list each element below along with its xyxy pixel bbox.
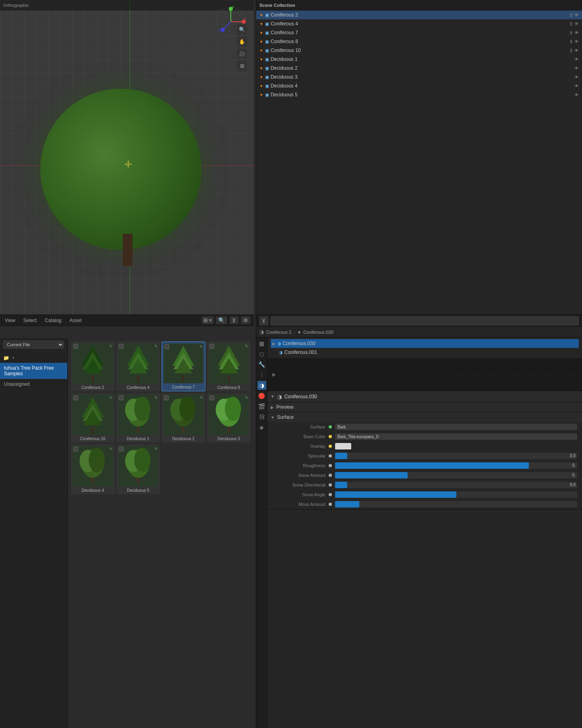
prop-bar-specular[interactable]: 0.0 xyxy=(335,453,577,459)
prop-color-overlay[interactable] xyxy=(335,443,351,449)
outliner-item-7[interactable]: ▼ ▣ Deciduous 3 👁 xyxy=(256,73,582,81)
visibility-icon-3[interactable]: 👁 xyxy=(574,39,579,44)
asset-item-3[interactable]: ✎Coniferous 8 xyxy=(207,341,251,391)
filter-icon-1[interactable]: ⊻ xyxy=(570,21,573,27)
outliner-item-5[interactable]: ▼ ▣ Deciduous 1 👁 xyxy=(256,55,582,64)
prop-bar-snow-amount[interactable]: 0. xyxy=(335,472,577,478)
asset-edit-btn-4[interactable]: ✎ xyxy=(109,395,112,400)
asset-checkbox-7[interactable] xyxy=(209,395,214,400)
ab-library-item[interactable]: tuhua's Tree Pack Free Samples xyxy=(0,363,67,379)
outliner-item-1[interactable]: ▼ ▣ Coniferous 4 ⊻ 👁 xyxy=(256,19,582,28)
viewport[interactable]: Orthographic Y X Z 🔍 ✋ 🎥 ⊞ xyxy=(0,0,254,314)
filter-icon[interactable]: ⊻ xyxy=(232,317,236,323)
visibility-icon-0[interactable]: 👁 xyxy=(574,12,579,17)
prop-bar-snow-dir[interactable]: 0.0 xyxy=(335,482,577,488)
outliner-item-3[interactable]: ▼ ▣ Coniferous 8 ⊻ 👁 xyxy=(256,37,582,46)
props-icon-data[interactable]: ◈ xyxy=(257,423,266,432)
props-icon-object[interactable]: ◻ xyxy=(257,349,266,358)
visibility-icon-8[interactable]: 👁 xyxy=(574,83,579,88)
visibility-icon-5[interactable]: 👁 xyxy=(574,57,579,62)
props-icon-scene[interactable]: ▦ xyxy=(257,339,266,348)
asset-item-7[interactable]: ✎Deciduous 3 xyxy=(207,393,251,443)
zoom-tool-btn[interactable]: 🔍 xyxy=(237,24,247,35)
asset-item-5[interactable]: ✎Deciduous 1 xyxy=(116,393,160,443)
props-filter-btn[interactable]: ⊻ xyxy=(259,316,268,325)
ab-menu-view[interactable]: View xyxy=(3,317,17,324)
outliner-item-9[interactable]: ▼ ▣ Deciduous 5 👁 xyxy=(256,90,582,99)
props-icon-particles[interactable]: ⁝ xyxy=(257,370,266,379)
grid-tool-btn[interactable]: ⊞ xyxy=(237,60,247,71)
asset-edit-btn-6[interactable]: ✎ xyxy=(200,395,203,400)
asset-item-2[interactable]: ✎Coniferous 7 xyxy=(162,341,205,391)
pan-tool-btn[interactable]: ✋ xyxy=(237,36,247,47)
visibility-icon-6[interactable]: 👁 xyxy=(574,66,579,71)
filter-icon-4[interactable]: ⊻ xyxy=(570,48,573,53)
camera-tool-btn[interactable]: 🎥 xyxy=(237,48,247,59)
asset-checkbox-4[interactable] xyxy=(73,395,78,400)
prop-bar-roughness[interactable]: 0. xyxy=(335,462,577,469)
asset-checkbox-8[interactable] xyxy=(73,447,78,451)
asset-edit-btn-3[interactable]: ✎ xyxy=(245,344,248,348)
asset-checkbox-1[interactable] xyxy=(119,344,124,349)
view-mode-btns[interactable]: ⊞ ≡ xyxy=(202,316,213,324)
ab-menu-asset[interactable]: Asset xyxy=(68,317,83,324)
ab-menu-select[interactable]: Select xyxy=(22,317,38,324)
asset-checkbox-0[interactable] xyxy=(73,344,78,349)
prop-value-base-color[interactable]: Bark_Tilia-europaea_D xyxy=(335,433,577,440)
asset-item-6[interactable]: ✎Deciduous 2 xyxy=(162,393,205,443)
ab-menu-catalog[interactable]: Catalog xyxy=(43,317,63,324)
prop-bar-moss-amount[interactable] xyxy=(335,501,577,508)
outliner-item-2[interactable]: ▼ ▣ Coniferous 7 ⊻ 👁 xyxy=(256,28,582,37)
outliner-item-6[interactable]: ▼ ▣ Deciduous 2 👁 xyxy=(256,64,582,73)
asset-checkbox-3[interactable] xyxy=(209,344,214,349)
grid-view-icon[interactable]: ⊞ xyxy=(203,317,208,323)
props-icon-render[interactable]: 🎬 xyxy=(257,402,266,411)
breadcrumb-collection[interactable]: Coniferous 2 xyxy=(266,330,291,335)
visibility-icon-9[interactable]: 👁 xyxy=(574,92,579,97)
collection-item-1[interactable]: ◑ Coniferous.001 xyxy=(271,348,579,357)
props-icon-material[interactable]: ◑ xyxy=(257,381,266,390)
outliner-item-4[interactable]: ▼ ▣ Coniferous 10 ⊻ 👁 xyxy=(256,46,582,55)
filter-icon-0[interactable]: ⊻ xyxy=(570,12,573,18)
asset-edit-btn-0[interactable]: ✎ xyxy=(109,344,112,348)
node-play-btn[interactable]: ▶ xyxy=(272,372,279,378)
settings-btn[interactable]: ⚙ xyxy=(241,316,251,324)
visibility-icon-7[interactable]: 👁 xyxy=(574,75,579,79)
filter-btn[interactable]: ⊻ xyxy=(230,316,238,324)
visibility-icon-1[interactable]: 👁 xyxy=(574,21,579,26)
ab-source-select[interactable]: Current File xyxy=(3,341,64,349)
asset-edit-btn-8[interactable]: ✎ xyxy=(109,447,112,451)
visibility-icon-4[interactable]: 👁 xyxy=(574,48,579,53)
props-icon-modifier[interactable]: 🔧 xyxy=(257,360,266,369)
visibility-icon-2[interactable]: 👁 xyxy=(574,30,579,35)
plus-icon[interactable]: ＋ xyxy=(11,354,16,361)
asset-edit-btn-9[interactable]: ✎ xyxy=(154,447,157,451)
search-btn[interactable]: 🔍 xyxy=(216,316,227,324)
list-view-icon[interactable]: ≡ xyxy=(209,317,212,323)
asset-edit-btn-1[interactable]: ✎ xyxy=(154,344,157,348)
filter-icon-3[interactable]: ⊻ xyxy=(570,39,573,44)
asset-edit-btn-2[interactable]: ✎ xyxy=(199,344,203,349)
asset-edit-btn-5[interactable]: ✎ xyxy=(154,395,157,400)
filter-icon-2[interactable]: ⊻ xyxy=(570,30,573,35)
prop-value-surface[interactable]: Bark xyxy=(335,424,577,430)
asset-item-8[interactable]: ✎Deciduous 4 xyxy=(71,444,115,494)
outliner-item-0[interactable]: ▼ ▣ Coniferous 2 ⊻ 👁 xyxy=(256,10,582,19)
asset-checkbox-2[interactable] xyxy=(164,344,169,349)
ab-unassigned-item[interactable]: Unassigned xyxy=(0,379,67,389)
outliner-item-8[interactable]: ▼ ▣ Deciduous 4 👁 xyxy=(256,81,582,90)
props-icon-constraints[interactable]: ⛓ xyxy=(257,412,266,421)
props-icon-physics[interactable]: 🔴 xyxy=(257,391,266,400)
section-header-surface[interactable]: ▼ Surface xyxy=(267,412,582,422)
gear-icon[interactable]: ⚙ xyxy=(243,317,248,323)
breadcrumb-object[interactable]: Coniferous.030 xyxy=(303,330,333,335)
asset-item-0[interactable]: ✎Coniferous 2 xyxy=(71,341,115,391)
asset-item-1[interactable]: ✎Coniferous 4 xyxy=(116,341,160,391)
asset-edit-btn-7[interactable]: ✎ xyxy=(245,395,248,400)
collection-item-0[interactable]: ▶ ◑ Coniferous.030 xyxy=(271,339,579,348)
asset-item-4[interactable]: ✎Coniferous 10 xyxy=(71,393,115,443)
props-search-input[interactable] xyxy=(271,316,579,325)
prop-bar-snow-angle[interactable] xyxy=(335,491,577,498)
asset-checkbox-6[interactable] xyxy=(164,395,169,400)
search-icon[interactable]: 🔍 xyxy=(218,317,225,323)
